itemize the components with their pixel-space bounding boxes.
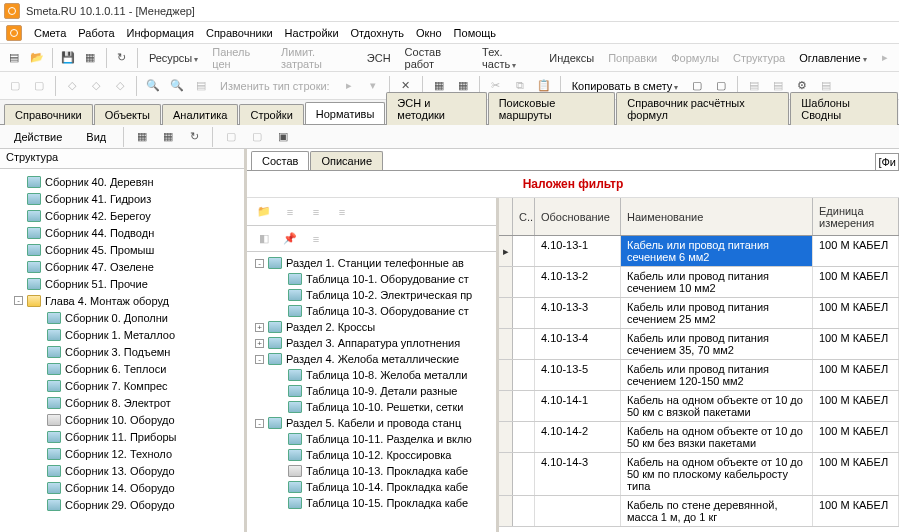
oglav-button[interactable]: Оглавление xyxy=(793,52,872,64)
section-item[interactable]: +Раздел 3. Аппаратура уплотнения xyxy=(247,335,496,351)
menu-rest[interactable]: Отдохнуть xyxy=(351,27,405,39)
tab-normativi[interactable]: Нормативы xyxy=(305,102,386,124)
open-icon[interactable]: 📂 xyxy=(26,47,46,69)
tree-item[interactable]: Сборник 10. Оборудо xyxy=(0,411,244,428)
table-row[interactable]: 4.10-13-4Кабель или провод питания сечен… xyxy=(499,329,899,360)
table-row[interactable]: Кабель по стене деревянной, масса 1 м, д… xyxy=(499,496,899,527)
save-icon[interactable]: 💾 xyxy=(58,47,78,69)
section-item[interactable]: Таблица 10-10. Решетки, сетки xyxy=(247,399,496,415)
tree-item[interactable]: Сборник 7. Компрес xyxy=(0,377,244,394)
overflow-icon[interactable]: ▸ xyxy=(875,47,895,69)
tree-item[interactable]: Сборник 8. Электрот xyxy=(0,394,244,411)
refresh-icon[interactable]: ↻ xyxy=(112,47,132,69)
table-row[interactable]: 4.10-14-1Кабель на одном объекте от 10 д… xyxy=(499,391,899,422)
tab-templates[interactable]: Шаблоны Сводны xyxy=(790,92,898,125)
section-item[interactable]: Таблица 10-14. Прокладка кабе xyxy=(247,479,496,495)
sostav-button[interactable]: Состав работ xyxy=(399,46,475,70)
tree-item[interactable]: Сборник 1. Металлоо xyxy=(0,326,244,343)
tab-formula-ref[interactable]: Справочник расчётных формул xyxy=(616,92,789,125)
menu-rabota[interactable]: Работа xyxy=(78,27,114,39)
section-item[interactable]: Таблица 10-8. Желоба металли xyxy=(247,367,496,383)
tree-item[interactable]: Сборник 29. Оборудо xyxy=(0,496,244,513)
filter-chip[interactable]: [Фи xyxy=(875,153,899,170)
popravki: Поправки xyxy=(602,52,663,64)
tabstrip: Справочники Объекты Аналитика Стройки Но… xyxy=(0,100,899,125)
tree-item[interactable]: Сборник 11. Приборы xyxy=(0,428,244,445)
new-icon[interactable]: ▤ xyxy=(4,47,24,69)
section-item[interactable]: +Раздел 2. Кроссы xyxy=(247,319,496,335)
section-item[interactable]: Таблица 10-2. Электрическая пр xyxy=(247,287,496,303)
tree-item[interactable]: Сборник 51. Прочие xyxy=(0,275,244,292)
menu-sprav[interactable]: Справочники xyxy=(206,27,273,39)
tree-item[interactable]: Сборник 14. Оборудо xyxy=(0,479,244,496)
tree-item[interactable]: Сборник 12. Техноло xyxy=(0,445,244,462)
grid-body[interactable]: ▸4.10-13-1Кабель или провод питания сече… xyxy=(499,236,899,532)
tech-button[interactable]: Тех. часть xyxy=(476,46,541,70)
rtab-sostav[interactable]: Состав xyxy=(251,151,309,170)
folder-up-icon[interactable]: 📁 xyxy=(253,201,275,223)
tree-item[interactable]: Сборник 42. Берегоу xyxy=(0,207,244,224)
tree-item[interactable]: Сборник 3. Подъемн xyxy=(0,343,244,360)
menu-help[interactable]: Помощь xyxy=(454,27,497,39)
window-title: Smeta.RU 10.1.0.11 - [Менеджер] xyxy=(26,5,195,17)
formuly: Формулы xyxy=(665,52,725,64)
table-row[interactable]: 4.10-13-5Кабель или провод питания сечен… xyxy=(499,360,899,391)
tab-stroiki[interactable]: Стройки xyxy=(239,104,303,125)
act-icon3[interactable]: ↻ xyxy=(183,126,205,148)
section-item[interactable]: Таблица 10-11. Разделка и вклю xyxy=(247,431,496,447)
search-icon[interactable]: 🔍 xyxy=(142,75,164,97)
section-item[interactable]: -Раздел 4. Желоба металлические xyxy=(247,351,496,367)
tree-item[interactable]: Сборник 44. Подводн xyxy=(0,224,244,241)
action-deistvie[interactable]: Действие xyxy=(4,131,72,143)
section-item[interactable]: -Раздел 1. Станции телефонные ав xyxy=(247,255,496,271)
col-naimen[interactable]: Наименование xyxy=(621,198,813,235)
structure-tree[interactable]: Сборник 40. ДеревянСборник 41. ГидроизСб… xyxy=(0,169,244,532)
find-next-icon[interactable]: 🔍 xyxy=(166,75,188,97)
menu-options[interactable]: Настройки xyxy=(285,27,339,39)
rtab-opisanie[interactable]: Описание xyxy=(310,151,383,170)
section-item[interactable]: Таблица 10-15. Прокладка кабе xyxy=(247,495,496,511)
tree-item[interactable]: -Глава 4. Монтаж оборуд xyxy=(0,292,244,309)
col-unit[interactable]: Единица измерения xyxy=(813,198,899,235)
section-item[interactable]: Таблица 10-13. Прокладка кабе xyxy=(247,463,496,479)
section-item[interactable]: -Раздел 5. Кабели и провода станц xyxy=(247,415,496,431)
tab-esn[interactable]: ЭСН и методики xyxy=(386,92,486,125)
sections-tree[interactable]: -Раздел 1. Станции телефонные авТаблица … xyxy=(247,252,496,532)
section-item[interactable]: Таблица 10-3. Оборудование ст xyxy=(247,303,496,319)
tree-item[interactable]: Сборник 47. Озелене xyxy=(0,258,244,275)
act-icon6[interactable]: ▣ xyxy=(272,126,294,148)
tree-item[interactable]: Сборник 13. Оборудо xyxy=(0,462,244,479)
menu-window[interactable]: Окно xyxy=(416,27,442,39)
pin-icon: 📌 xyxy=(279,228,301,250)
table-row[interactable]: 4.10-13-3Кабель или провод питания сечен… xyxy=(499,298,899,329)
tab-search-routes[interactable]: Поисковые маршруты xyxy=(488,92,616,125)
mark1-icon: ◧ xyxy=(253,228,275,250)
table-row[interactable]: 4.10-13-2Кабель или провод питания сечен… xyxy=(499,267,899,298)
calc-icon[interactable]: ▦ xyxy=(80,47,100,69)
act-icon1[interactable]: ▦ xyxy=(131,126,153,148)
tab-objects[interactable]: Объекты xyxy=(94,104,161,125)
menu-info[interactable]: Информация xyxy=(127,27,194,39)
menu-smeta[interactable]: Смета xyxy=(34,27,66,39)
table-row[interactable]: ▸4.10-13-1Кабель или провод питания сече… xyxy=(499,236,899,267)
esn-button[interactable]: ЭСН xyxy=(361,52,397,64)
act-icon2[interactable]: ▦ xyxy=(157,126,179,148)
tab-sprav[interactable]: Справочники xyxy=(4,104,93,125)
table-row[interactable]: 4.10-14-3Кабель на одном объекте от 10 д… xyxy=(499,453,899,496)
tree-item[interactable]: Сборник 40. Деревян xyxy=(0,173,244,190)
col-obosnovanie[interactable]: Обоснование xyxy=(535,198,621,235)
table-row[interactable]: 4.10-14-2Кабель на одном объекте от 10 д… xyxy=(499,422,899,453)
tree-item[interactable]: Сборник 0. Дополни xyxy=(0,309,244,326)
copy-smet-button[interactable]: Копировать в смету xyxy=(566,80,685,92)
resources-button[interactable]: Ресурсы xyxy=(143,52,204,64)
section-item[interactable]: Таблица 10-12. Кроссировка xyxy=(247,447,496,463)
tree-item[interactable]: Сборник 45. Промыш xyxy=(0,241,244,258)
col-s[interactable]: С.. xyxy=(513,198,535,235)
section-item[interactable]: Таблица 10-1. Оборудование ст xyxy=(247,271,496,287)
section-item[interactable]: Таблица 10-9. Детали разные xyxy=(247,383,496,399)
tree-item[interactable]: Сборник 41. Гидроиз xyxy=(0,190,244,207)
tab-analytics[interactable]: Аналитика xyxy=(162,104,238,125)
tree-item[interactable]: Сборник 6. Теплоси xyxy=(0,360,244,377)
index-button[interactable]: Индексы xyxy=(543,52,600,64)
action-vid[interactable]: Вид xyxy=(76,131,116,143)
